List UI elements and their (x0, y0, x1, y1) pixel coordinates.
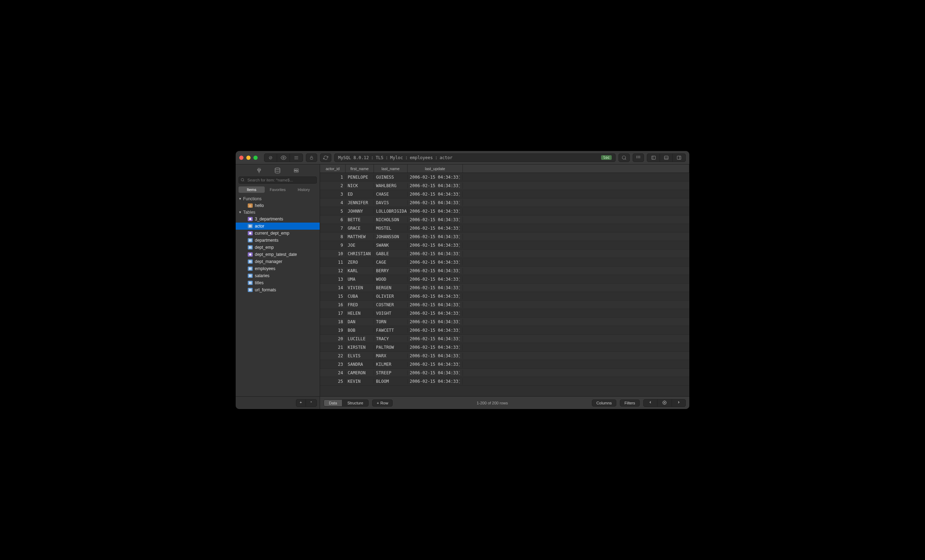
cell-first-name[interactable]: JENNIFER (345, 200, 374, 205)
cell-actor-id[interactable]: 23 (320, 362, 345, 367)
minimize-window-button[interactable] (246, 156, 250, 160)
stepper-icon[interactable]: ▴▾ (459, 370, 460, 376)
stepper-icon[interactable]: ▴▾ (459, 336, 460, 342)
cell-last-update[interactable]: 2006-02-15 04:34:33 ▴▾ (408, 217, 463, 223)
cell-last-name[interactable]: GUINESS (374, 175, 408, 180)
cell-last-name[interactable]: JOHANSSON (374, 234, 408, 239)
tree-item-table[interactable]: current_dept_emp (236, 230, 320, 237)
cell-last-update[interactable]: 2006-02-15 04:34:33 ▴▾ (408, 378, 463, 385)
cell-actor-id[interactable]: 10 (320, 251, 345, 256)
tree-item-table[interactable]: salaries (236, 272, 320, 279)
gear-icon[interactable] (657, 399, 672, 406)
cell-last-name[interactable]: CAGE (374, 260, 408, 265)
cell-last-name[interactable]: FAWCETT (374, 328, 408, 333)
cell-last-update[interactable]: 2006-02-15 04:34:33 ▴▾ (408, 370, 463, 376)
cell-actor-id[interactable]: 2 (320, 183, 345, 188)
table-row[interactable]: 21 KIRSTEN PALTROW 2006-02-15 04:34:33 ▴… (320, 343, 689, 352)
add-button[interactable]: + (296, 399, 306, 406)
table-row[interactable]: 20 LUCILLE TRACY 2006-02-15 04:34:33 ▴▾ (320, 334, 689, 343)
cell-first-name[interactable]: KARL (345, 268, 374, 273)
cell-actor-id[interactable]: 17 (320, 311, 345, 316)
cell-actor-id[interactable]: 16 (320, 302, 345, 307)
connection-icon[interactable] (256, 167, 263, 174)
layout-sidebar-right-icon[interactable] (673, 154, 685, 162)
table-row[interactable]: 6 BETTE NICHOLSON 2006-02-15 04:34:33 ▴▾ (320, 215, 689, 224)
cell-first-name[interactable]: VIVIEN (345, 285, 374, 290)
stepper-icon[interactable]: ▴▾ (459, 327, 460, 334)
table-row[interactable]: 12 KARL BERRY 2006-02-15 04:34:33 ▴▾ (320, 266, 689, 275)
stepper-icon[interactable]: ▴▾ (459, 276, 460, 283)
tree-item-table[interactable]: employees (236, 265, 320, 272)
stepper-icon[interactable]: ▴▾ (459, 200, 460, 206)
cell-first-name[interactable]: DAN (345, 319, 374, 324)
cell-last-update[interactable]: 2006-02-15 04:34:33 ▴▾ (408, 344, 463, 351)
add-row-button[interactable]: + Row (372, 399, 393, 406)
tree-item-table[interactable]: actor (236, 223, 320, 230)
table-row[interactable]: 16 FRED COSTNER 2006-02-15 04:34:33 ▴▾ (320, 301, 689, 309)
cell-first-name[interactable]: ZERO (345, 260, 374, 265)
cell-actor-id[interactable]: 20 (320, 336, 345, 341)
stepper-icon[interactable]: ▴▾ (459, 353, 460, 359)
grid-icon[interactable] (633, 154, 643, 162)
tab-favorites[interactable]: Favorites (265, 187, 291, 193)
stepper-icon[interactable]: ▴▾ (459, 251, 460, 257)
stepper-icon[interactable]: ▴▾ (459, 310, 460, 316)
cell-last-name[interactable]: TRACY (374, 336, 408, 341)
database-icon[interactable] (274, 167, 281, 174)
table-row[interactable]: 13 UMA WOOD 2006-02-15 04:34:33 ▴▾ (320, 275, 689, 283)
table-row[interactable]: 9 JOE SWANK 2006-02-15 04:34:33 ▴▾ (320, 241, 689, 250)
cell-last-update[interactable]: 2006-02-15 04:34:33 ▴▾ (408, 182, 463, 189)
layout-bottom-icon[interactable] (660, 154, 673, 162)
column-header-last-update[interactable]: last_update (408, 164, 463, 173)
cell-actor-id[interactable]: 19 (320, 328, 345, 333)
table-row[interactable]: 19 BOB FAWCETT 2006-02-15 04:34:33 ▴▾ (320, 326, 689, 334)
cell-first-name[interactable]: GRACE (345, 226, 374, 231)
table-row[interactable]: 1 PENELOPE GUINESS 2006-02-15 04:34:33 ▴… (320, 173, 689, 181)
cell-actor-id[interactable]: 5 (320, 209, 345, 214)
table-row[interactable]: 24 CAMERON STREEP 2006-02-15 04:34:33 ▴▾ (320, 369, 689, 377)
cell-last-name[interactable]: DAVIS (374, 200, 408, 205)
stepper-icon[interactable]: ▴▾ (459, 182, 460, 189)
table-row[interactable]: 10 CHRISTIAN GABLE 2006-02-15 04:34:33 ▴… (320, 250, 689, 258)
cell-last-name[interactable]: BERRY (374, 268, 408, 273)
table-row[interactable]: 22 ELVIS MARX 2006-02-15 04:34:33 ▴▾ (320, 352, 689, 360)
tab-items[interactable]: Items (238, 187, 265, 193)
table-row[interactable]: 15 CUBA OLIVIER 2006-02-15 04:34:33 ▴▾ (320, 292, 689, 301)
eye-icon[interactable] (277, 154, 290, 162)
stepper-icon[interactable]: ▴▾ (459, 242, 460, 248)
table-row[interactable]: 4 JENNIFER DAVIS 2006-02-15 04:34:33 ▴▾ (320, 199, 689, 207)
stepper-icon[interactable]: ▴▾ (459, 259, 460, 265)
cell-actor-id[interactable]: 12 (320, 268, 345, 273)
add-dropdown-button[interactable] (306, 399, 316, 406)
filters-button[interactable]: Filters (620, 399, 640, 406)
cell-actor-id[interactable]: 7 (320, 226, 345, 231)
layout-sidebar-left-icon[interactable] (647, 154, 660, 162)
cell-first-name[interactable]: JOE (345, 243, 374, 248)
cell-first-name[interactable]: LUCILLE (345, 336, 374, 341)
cell-last-name[interactable]: TORN (374, 319, 408, 324)
cancel-icon[interactable]: ⊘ (264, 154, 277, 162)
cell-first-name[interactable]: NICK (345, 183, 374, 188)
stepper-icon[interactable]: ▴▾ (459, 344, 460, 351)
tree-item-table[interactable]: titles (236, 279, 320, 286)
cell-first-name[interactable]: ELVIS (345, 353, 374, 358)
refresh-icon[interactable] (320, 154, 331, 162)
cell-last-update[interactable]: 2006-02-15 04:34:33 ▴▾ (408, 259, 463, 265)
cell-first-name[interactable]: UMA (345, 277, 374, 282)
table-row[interactable]: 8 MATTHEW JOHANSSON 2006-02-15 04:34:33 … (320, 232, 689, 241)
cell-actor-id[interactable]: 14 (320, 285, 345, 290)
stepper-icon[interactable]: ▴▾ (459, 361, 460, 367)
cell-last-update[interactable]: 2006-02-15 04:34:33 ▴▾ (408, 251, 463, 257)
tree-group-tables[interactable]: ▼ Tables (236, 209, 320, 215)
search-input[interactable] (238, 176, 317, 184)
cell-last-name[interactable]: OLIVIER (374, 294, 408, 299)
table-row[interactable]: 23 SANDRA KILMER 2006-02-15 04:34:33 ▴▾ (320, 360, 689, 369)
cell-last-update[interactable]: 2006-02-15 04:34:33 ▴▾ (408, 302, 463, 308)
column-header-actor-id[interactable]: actor_id (320, 164, 345, 173)
cell-last-name[interactable]: VOIGHT (374, 311, 408, 316)
cell-last-name[interactable]: PALTROW (374, 345, 408, 350)
cell-last-name[interactable]: LOLLOBRIGIDA (374, 209, 408, 214)
tab-history[interactable]: History (291, 187, 317, 193)
stepper-icon[interactable]: ▴▾ (459, 217, 460, 223)
next-page-button[interactable] (672, 399, 685, 406)
